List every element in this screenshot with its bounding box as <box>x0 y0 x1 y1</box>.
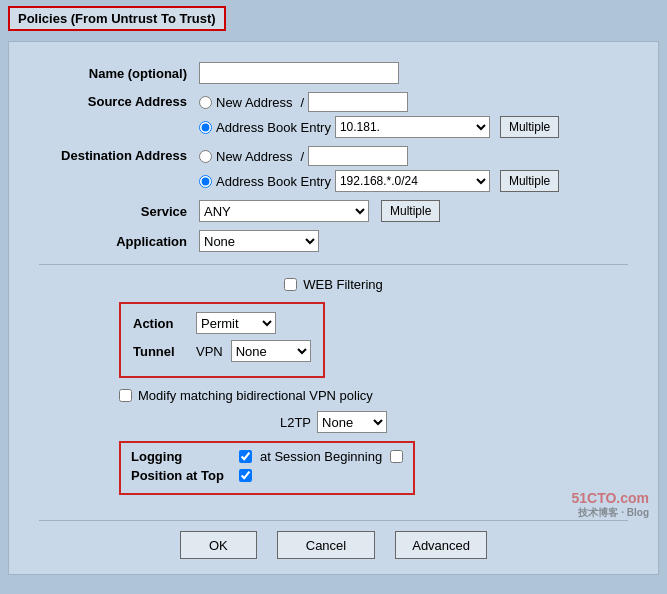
position-checkbox[interactable] <box>239 469 252 482</box>
service-multiple-btn[interactable]: Multiple <box>381 200 440 222</box>
action-tunnel-box: Action Permit Tunnel VPN None <box>119 302 325 378</box>
application-label: Application <box>39 234 199 249</box>
dest-book-select[interactable]: 192.168.*.0/24 <box>335 170 490 192</box>
cancel-button[interactable]: Cancel <box>277 531 375 559</box>
dest-address-label: Destination Address <box>39 146 199 163</box>
logo-subtext: 技术博客 · Blog <box>571 506 649 520</box>
name-label: Name (optional) <box>39 66 199 81</box>
l2tp-label: L2TP <box>280 415 311 430</box>
tunnel-label: Tunnel <box>133 344 188 359</box>
service-select[interactable]: ANY <box>199 200 369 222</box>
dest-new-input[interactable] <box>308 146 408 166</box>
logging-session-checkbox[interactable] <box>390 450 403 463</box>
dest-multiple-btn[interactable]: Multiple <box>500 170 559 192</box>
dest-new-address-radio[interactable] <box>199 150 212 163</box>
logo-text: 51CTO.com <box>571 490 649 506</box>
source-new-address-radio[interactable] <box>199 96 212 109</box>
service-label: Service <box>39 204 199 219</box>
logging-session-label: at Session Beginning <box>260 449 382 464</box>
web-filtering-checkbox[interactable] <box>284 278 297 291</box>
source-address-label: Source Address <box>39 92 199 109</box>
source-book-radio[interactable] <box>199 121 212 134</box>
name-input[interactable] <box>199 62 399 84</box>
application-select[interactable]: None <box>199 230 319 252</box>
logging-label: Logging <box>131 449 231 464</box>
dest-book-radio[interactable] <box>199 175 212 188</box>
modify-vpn-label: Modify matching bidirectional VPN policy <box>138 388 373 403</box>
action-label: Action <box>133 316 188 331</box>
ok-button[interactable]: OK <box>180 531 257 559</box>
source-slash: / <box>301 95 305 110</box>
button-row: OK Cancel Advanced <box>39 520 628 559</box>
modify-vpn-checkbox[interactable] <box>119 389 132 402</box>
tunnel-vpn-select[interactable]: None <box>231 340 311 362</box>
advanced-button[interactable]: Advanced <box>395 531 487 559</box>
web-filtering-label: WEB Filtering <box>303 277 382 292</box>
dest-new-address-label: New Address <box>216 149 293 164</box>
position-label: Position at Top <box>131 468 231 483</box>
action-select[interactable]: Permit <box>196 312 276 334</box>
logging-checkbox[interactable] <box>239 450 252 463</box>
source-new-input[interactable] <box>308 92 408 112</box>
l2tp-select[interactable]: None <box>317 411 387 433</box>
dest-book-label: Address Book Entry <box>216 174 331 189</box>
source-book-select[interactable]: 10.181. <box>335 116 490 138</box>
source-new-address-label: New Address <box>216 95 293 110</box>
dest-slash: / <box>301 149 305 164</box>
logging-position-box: Logging at Session Beginning Position at… <box>119 441 415 495</box>
window-title: Policies (From Untrust To Trust) <box>8 6 226 31</box>
divider-1 <box>39 264 628 265</box>
source-book-label: Address Book Entry <box>216 120 331 135</box>
source-multiple-btn[interactable]: Multiple <box>500 116 559 138</box>
tunnel-vpn-label: VPN <box>196 344 223 359</box>
logo-area: 51CTO.com 技术博客 · Blog <box>571 490 649 520</box>
